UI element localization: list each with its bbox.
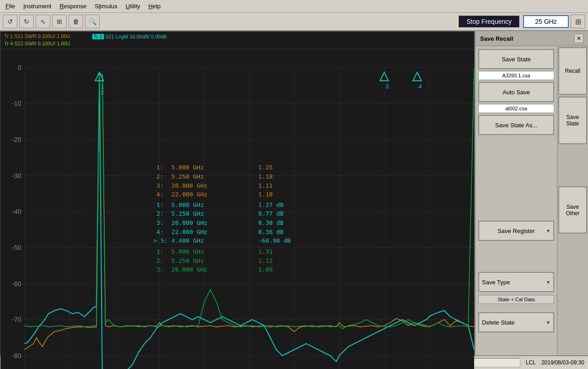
menu-response[interactable]: Response xyxy=(56,2,90,11)
svg-text:-40: -40 xyxy=(12,208,21,215)
svg-text:2:: 2: xyxy=(156,210,164,217)
trace-4-header: Tr 4 S22 SWR 0.100U/ 1.00U xyxy=(4,41,70,46)
svg-text:1:: 1: xyxy=(156,201,164,208)
svg-text:-50: -50 xyxy=(12,244,21,251)
save-type-value: State + Cal Data xyxy=(478,295,554,304)
svg-text:-70: -70 xyxy=(12,316,21,323)
svg-text:4:: 4: xyxy=(156,228,164,235)
menu-utility[interactable]: Utility xyxy=(122,2,144,11)
copy-button[interactable]: ⊞ xyxy=(52,15,67,28)
svg-text:0.77 dB: 0.77 dB xyxy=(258,210,283,217)
menu-bar: File Instrument Response Stimulus Utilit… xyxy=(0,0,588,13)
svg-text:20.000  GHz: 20.000 GHz xyxy=(171,182,208,189)
toolbar: ↺ ↻ ∿ ⊞ 🗑 🔍 Stop Frequency 25 GHz ⊞ xyxy=(0,13,588,31)
svg-text:1.10: 1.10 xyxy=(258,191,273,198)
auto-file-input[interactable]: at002.csa xyxy=(478,104,554,113)
main-area: Tr 1 S11 SWR 0.100U/ 1.00U Tr 2 S21 LogM… xyxy=(0,31,588,355)
save-state-side-button[interactable]: Save State xyxy=(558,97,587,144)
status-lcl: LCL xyxy=(526,359,536,366)
trace-2-header: S21 LogM 10.00dB/ 0.00dB xyxy=(105,34,167,39)
svg-text:5.000  GHz: 5.000 GHz xyxy=(171,201,204,208)
panel-right-column: Recall Save State Save Other xyxy=(557,46,588,355)
menu-file[interactable]: File xyxy=(2,2,19,11)
trace-headers: Tr 1 S11 SWR 0.100U/ 1.00U Tr 2 S21 LogM… xyxy=(0,32,474,49)
panel-title: Save Recall xyxy=(480,35,513,42)
svg-text:2:: 2: xyxy=(156,173,164,180)
svg-text:1.09: 1.09 xyxy=(258,266,273,273)
svg-text:-10: -10 xyxy=(12,100,21,107)
chart-area[interactable]: 0 -10 -20 -30 -40 -50 -60 -70 -80 -90 -1… xyxy=(0,49,474,369)
redo-button[interactable]: ↻ xyxy=(19,15,34,28)
svg-text:20.000  GHz: 20.000 GHz xyxy=(171,266,208,273)
panel-left-column: Save State A3293.1.csa Auto Save at002.c… xyxy=(476,46,557,355)
svg-text:4.480  GHz: 4.480 GHz xyxy=(171,237,204,244)
stop-frequency-value[interactable]: 25 GHz xyxy=(523,15,569,28)
menu-stimulus[interactable]: Stimulus xyxy=(91,2,121,11)
svg-text:3:: 3: xyxy=(156,266,164,273)
save-type-arrow: ▼ xyxy=(546,280,551,285)
stop-frequency-label: Stop Frequency xyxy=(459,16,519,27)
svg-text:5.000  GHz: 5.000 GHz xyxy=(171,164,204,171)
svg-text:1.31: 1.31 xyxy=(258,248,273,255)
svg-text:5.000  GHz: 5.000 GHz xyxy=(171,248,204,255)
svg-text:-60: -60 xyxy=(12,280,21,288)
svg-text:> 5:: > 5: xyxy=(153,237,168,244)
svg-rect-0 xyxy=(0,49,474,369)
delete-state-arrow: ▼ xyxy=(546,320,551,325)
svg-text:1.27 dB: 1.27 dB xyxy=(258,201,283,208)
save-recall-panel: Save Recall ✕ Save State A3293.1.csa Aut… xyxy=(475,31,588,355)
trace-1-header: Tr 1 S11 SWR 0.100U/ 1.00U xyxy=(4,33,70,40)
save-recall-header: Save Recall ✕ xyxy=(476,31,588,46)
svg-text:1.25: 1.25 xyxy=(258,164,273,171)
svg-text:1:: 1: xyxy=(156,164,164,171)
status-datetime: 2019/08/03-09:30 xyxy=(541,359,584,366)
svg-text:-80: -80 xyxy=(12,352,21,359)
delete-button[interactable]: 🗑 xyxy=(69,15,83,28)
delete-state-button[interactable]: Delete State ▼ xyxy=(478,312,554,332)
undo-button[interactable]: ↺ xyxy=(3,15,17,28)
panel-close-button[interactable]: ✕ xyxy=(574,34,583,43)
svg-text:5.250  GHz: 5.250 GHz xyxy=(171,257,204,264)
zoom-button[interactable]: 🔍 xyxy=(85,15,100,28)
svg-text:1.12: 1.12 xyxy=(258,257,273,264)
svg-text:1.18: 1.18 xyxy=(258,173,273,180)
trace-button[interactable]: ∿ xyxy=(36,15,50,28)
svg-text:-20: -20 xyxy=(12,136,21,143)
auto-save-button[interactable]: Auto Save xyxy=(478,82,554,102)
save-state-button[interactable]: Save State xyxy=(478,49,554,69)
save-state-as-button[interactable]: Save State As... xyxy=(478,115,554,135)
svg-text:4:: 4: xyxy=(156,191,164,198)
svg-text:2: 2 xyxy=(101,89,104,96)
svg-text:3: 3 xyxy=(385,83,389,90)
svg-text:5.250  GHz: 5.250 GHz xyxy=(171,173,204,180)
panel-content: Save State A3293.1.csa Auto Save at002.c… xyxy=(476,46,588,355)
svg-text:-68.98 dB: -68.98 dB xyxy=(258,237,291,244)
state-file-input[interactable]: A3293.1.csa xyxy=(478,71,554,80)
save-other-button[interactable]: Save Other xyxy=(558,186,587,234)
save-register-button[interactable]: Save Register ▼ xyxy=(478,221,554,241)
save-register-arrow: ▼ xyxy=(546,228,551,233)
svg-text:0.36 dB: 0.36 dB xyxy=(258,228,283,235)
svg-text:0.30 dB: 0.30 dB xyxy=(258,219,283,226)
svg-text:-30: -30 xyxy=(12,172,21,179)
svg-text:0: 0 xyxy=(18,64,21,71)
svg-text:1:: 1: xyxy=(156,248,164,255)
chart-container: Tr 1 S11 SWR 0.100U/ 1.00U Tr 2 S21 LogM… xyxy=(0,31,475,355)
svg-text:4: 4 xyxy=(418,83,422,90)
svg-text:20.000  GHz: 20.000 GHz xyxy=(171,219,208,226)
svg-text:3:: 3: xyxy=(156,182,164,189)
svg-text:5.250  GHz: 5.250 GHz xyxy=(171,210,204,217)
grid-button[interactable]: ⊞ xyxy=(571,15,585,28)
svg-text:2:: 2: xyxy=(156,257,164,264)
menu-instrument[interactable]: Instrument xyxy=(20,2,55,11)
trace-2-label: Tr 2 xyxy=(92,34,104,39)
svg-text:1.11: 1.11 xyxy=(258,182,273,189)
svg-text:22.000  GHz: 22.000 GHz xyxy=(171,228,208,235)
menu-help[interactable]: Help xyxy=(145,2,165,11)
recall-button[interactable]: Recall xyxy=(558,47,587,95)
save-type-button[interactable]: Save Type ▼ xyxy=(478,272,554,292)
svg-text:22.000  GHz: 22.000 GHz xyxy=(171,191,208,198)
svg-text:3:: 3: xyxy=(156,219,164,226)
